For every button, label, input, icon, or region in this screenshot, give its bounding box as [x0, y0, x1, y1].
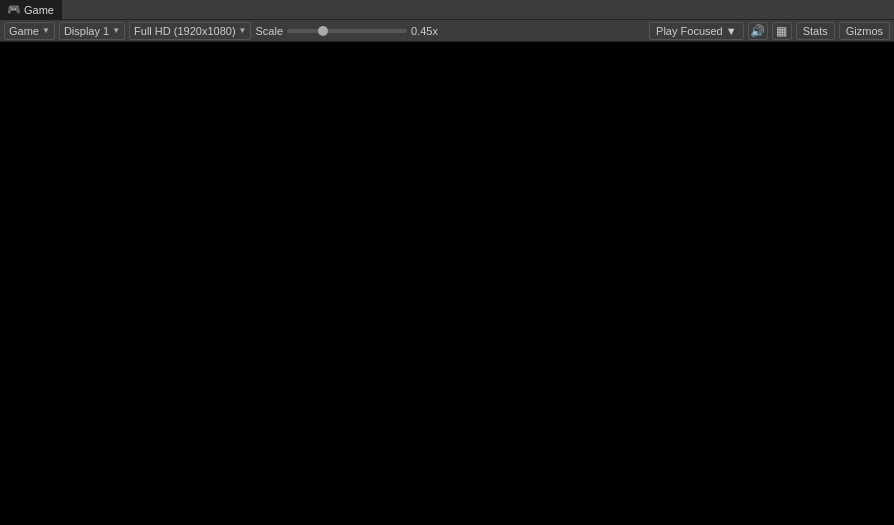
game-tab-icon: 🎮 [8, 4, 20, 16]
scale-value: 0.45x [411, 25, 446, 37]
display-icon: ▦ [776, 24, 787, 38]
scale-slider[interactable] [287, 29, 407, 33]
scale-thumb [318, 26, 328, 36]
audio-button[interactable]: 🔊 [748, 22, 768, 40]
display-icon-button[interactable]: ▦ [772, 22, 792, 40]
resolution-dropdown-arrow: ▼ [239, 26, 247, 35]
tab-game-label: Game [24, 4, 54, 16]
game-dropdown[interactable]: Game ▼ [4, 22, 55, 40]
gizmos-button[interactable]: Gizmos [839, 22, 890, 40]
play-focused-arrow: ▼ [726, 25, 737, 37]
game-dropdown-label: Game [9, 25, 39, 37]
play-focused-dropdown[interactable]: Play Focused ▼ [649, 22, 744, 40]
toolbar: Game ▼ Display 1 ▼ Full HD (1920x1080) ▼… [0, 20, 894, 42]
stats-label: Stats [803, 25, 828, 37]
display-dropdown-label: Display 1 [64, 25, 109, 37]
resolution-dropdown-label: Full HD (1920x1080) [134, 25, 236, 37]
toolbar-right: Play Focused ▼ 🔊 ▦ Stats Gizmos [649, 22, 890, 40]
audio-icon: 🔊 [750, 24, 765, 38]
game-dropdown-arrow: ▼ [42, 26, 50, 35]
display-dropdown-arrow: ▼ [112, 26, 120, 35]
tab-bar: 🎮 Game [0, 0, 894, 20]
play-focused-label: Play Focused [656, 25, 723, 37]
resolution-dropdown[interactable]: Full HD (1920x1080) ▼ [129, 22, 251, 40]
display-dropdown[interactable]: Display 1 ▼ [59, 22, 125, 40]
tab-game[interactable]: 🎮 Game [0, 0, 62, 20]
gizmos-label: Gizmos [846, 25, 883, 37]
stats-button[interactable]: Stats [796, 22, 835, 40]
scale-label: Scale [255, 25, 283, 37]
game-viewport [0, 42, 894, 525]
scale-section: Scale 0.45x [255, 25, 645, 37]
